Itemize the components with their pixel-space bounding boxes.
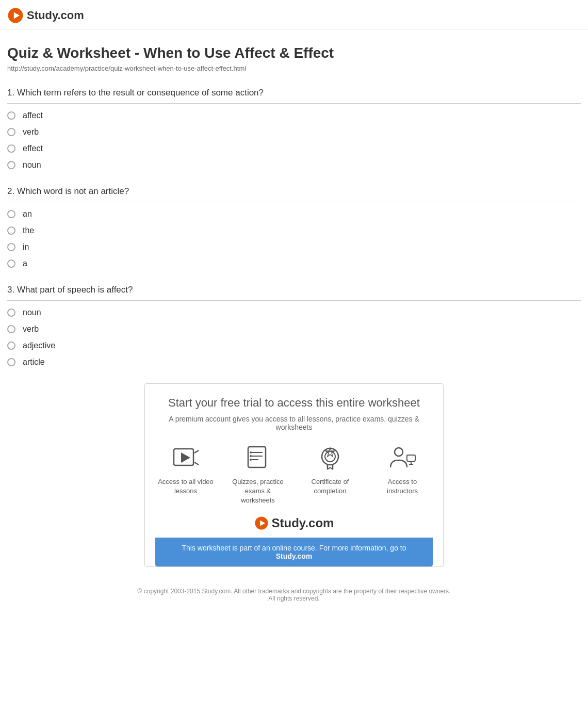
- option-label-1-2: verb: [23, 127, 39, 137]
- promo-box: Start your free trial to access this ent…: [144, 383, 444, 567]
- option-item-2-4[interactable]: a: [7, 259, 581, 268]
- question-block-2: 2. Which word is not an article?antheina: [7, 186, 581, 268]
- radio-1-1[interactable]: [7, 111, 15, 120]
- main-content: Quiz & Worksheet - When to Use Affect & …: [0, 29, 588, 618]
- radio-3-1[interactable]: [7, 309, 15, 317]
- instructor-icon: [388, 444, 417, 472]
- radio-1-4[interactable]: [7, 161, 15, 169]
- option-label-2-2: the: [23, 226, 34, 235]
- promo-title: Start your free trial to access this ent…: [155, 396, 433, 410]
- radio-2-3[interactable]: [7, 243, 15, 251]
- option-item-1-4[interactable]: noun: [7, 160, 581, 170]
- option-item-3-1[interactable]: noun: [7, 308, 581, 317]
- option-label-1-1: affect: [23, 111, 43, 120]
- question-block-3: 3. What part of speech is affect?nounver…: [7, 285, 581, 367]
- radio-2-4[interactable]: [7, 260, 15, 268]
- cta-bar: This worksheet is part of an online cour…: [155, 538, 433, 566]
- svg-line-5: [194, 462, 199, 465]
- cta-text: This worksheet is part of an online cour…: [182, 544, 406, 552]
- radio-3-2[interactable]: [7, 325, 15, 333]
- option-label-1-3: effect: [23, 144, 43, 153]
- option-label-2-1: an: [23, 209, 32, 219]
- page-url: http://study.com/academy/practice/quiz-w…: [7, 64, 581, 72]
- radio-1-3[interactable]: [7, 144, 15, 153]
- logo[interactable]: Study.com: [7, 7, 84, 24]
- svg-rect-20: [407, 455, 415, 461]
- option-label-2-3: in: [23, 242, 29, 252]
- svg-point-11: [250, 455, 252, 457]
- svg-marker-3: [181, 452, 190, 463]
- option-item-1-3[interactable]: effect: [7, 144, 581, 153]
- radio-1-2[interactable]: [7, 128, 15, 136]
- question-text-3: 3. What part of speech is affect?: [7, 285, 581, 301]
- question-text-1: 1. Which term refers to the result or co…: [7, 88, 581, 104]
- option-item-3-4[interactable]: article: [7, 358, 581, 367]
- radio-3-3[interactable]: [7, 342, 15, 350]
- option-label-3-2: verb: [23, 325, 39, 334]
- quiz-icon: [244, 444, 272, 472]
- promo-subtitle: A premium account gives you access to al…: [155, 415, 433, 431]
- option-item-3-2[interactable]: verb: [7, 325, 581, 334]
- video-icon: [172, 444, 200, 472]
- question-block-1: 1. Which term refers to the result or co…: [7, 88, 581, 170]
- option-label-2-4: a: [23, 259, 27, 268]
- promo-logo-text: Study.com: [272, 516, 334, 530]
- radio-2-1[interactable]: [7, 210, 15, 218]
- option-item-2-3[interactable]: in: [7, 242, 581, 252]
- question-text-2: 2. Which word is not an article?: [7, 186, 581, 202]
- feature-label-2: Certificate of completion: [302, 477, 358, 496]
- option-label-1-4: noun: [23, 160, 41, 170]
- option-label-3-4: article: [23, 358, 45, 367]
- svg-point-12: [250, 459, 252, 461]
- svg-point-19: [395, 448, 403, 456]
- feature-label-1: Quizzes, practice exams & worksheets: [230, 477, 286, 506]
- promo-logo-icon: [254, 516, 269, 530]
- promo-logo[interactable]: Study.com: [155, 516, 433, 538]
- questions-container: 1. Which term refers to the result or co…: [7, 88, 581, 367]
- option-label-3-1: noun: [23, 308, 41, 317]
- logo-icon: [7, 7, 24, 24]
- option-item-2-1[interactable]: an: [7, 209, 581, 219]
- option-item-1-2[interactable]: verb: [7, 127, 581, 137]
- features-row: Access to all video lessons Quizzes, pra…: [155, 444, 433, 506]
- certificate-icon: [316, 444, 345, 472]
- option-item-1-1[interactable]: affect: [7, 111, 581, 120]
- footer-text: © copyright 2003-2015 Study.com. All oth…: [14, 588, 574, 595]
- radio-2-2[interactable]: [7, 226, 15, 235]
- svg-rect-6: [248, 447, 266, 467]
- option-item-2-2[interactable]: the: [7, 226, 581, 235]
- option-label-3-3: adjective: [23, 341, 55, 350]
- svg-point-13: [322, 448, 338, 465]
- feature-item-3: Access to instructors: [374, 444, 431, 506]
- feature-label-0: Access to all video lessons: [157, 477, 214, 496]
- feature-item-2: Certificate of completion: [302, 444, 358, 506]
- options-list-1: affectverbeffectnoun: [7, 111, 581, 170]
- feature-label-3: Access to instructors: [374, 477, 431, 496]
- svg-point-14: [325, 451, 335, 462]
- option-item-3-3[interactable]: adjective: [7, 341, 581, 350]
- radio-3-4[interactable]: [7, 358, 15, 366]
- footer: © copyright 2003-2015 Study.com. All oth…: [7, 577, 581, 618]
- feature-item-0: Access to all video lessons: [157, 444, 214, 506]
- feature-item-1: Quizzes, practice exams & worksheets: [230, 444, 286, 506]
- options-list-3: nounverbadjectivearticle: [7, 308, 581, 367]
- svg-line-4: [194, 450, 199, 453]
- header: Study.com: [0, 0, 588, 29]
- logo-text: Study.com: [27, 9, 84, 22]
- footer-text2: All rights reserved.: [14, 595, 574, 602]
- page-title: Quiz & Worksheet - When to Use Affect & …: [7, 45, 581, 61]
- cta-link[interactable]: Study.com: [276, 552, 313, 560]
- svg-point-10: [250, 451, 252, 453]
- options-list-2: antheina: [7, 209, 581, 268]
